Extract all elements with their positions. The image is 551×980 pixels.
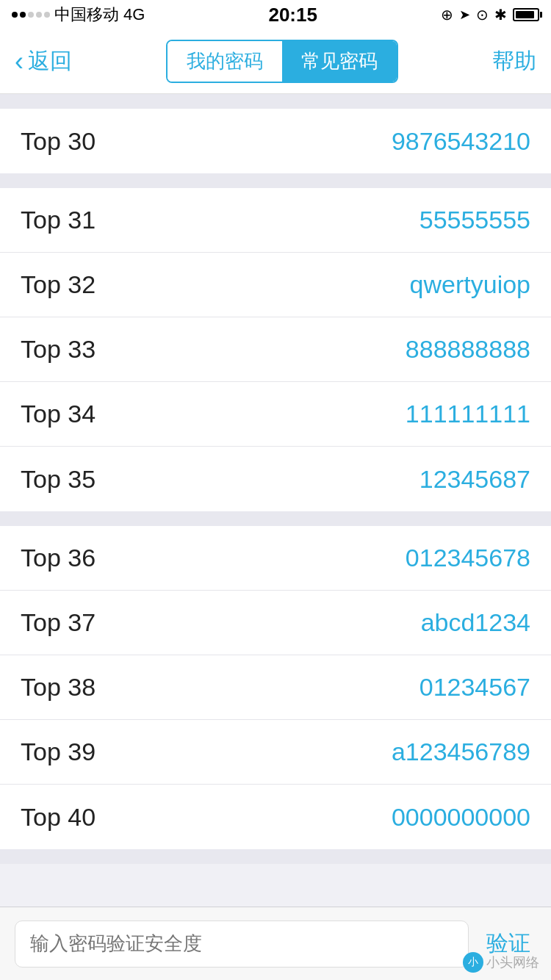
item-value: 01234567 [419, 673, 530, 702]
item-label: Top 39 [21, 738, 96, 766]
item-label: Top 32 [21, 270, 96, 299]
item-value: abcd1234 [421, 608, 530, 637]
item-label: Top 33 [21, 335, 96, 364]
status-left: 中国移动 4G [12, 4, 145, 26]
battery-icon [513, 8, 539, 21]
time: 20:15 [268, 4, 317, 26]
location-icon: ⊕ [441, 6, 453, 24]
item-value: 0000000000 [392, 803, 530, 832]
status-bar: 中国移动 4G 20:15 ⊕ ➤ ⊙ ✱ [0, 0, 551, 29]
back-button[interactable]: ‹ 返回 [15, 46, 72, 76]
list-item[interactable]: Top 36 012345678 [0, 526, 551, 591]
section-separator-1 [0, 173, 551, 188]
list-item[interactable]: Top 31 55555555 [0, 188, 551, 253]
tab-switcher: 我的密码 常见密码 [166, 40, 398, 83]
signal-dot-1 [12, 12, 18, 18]
list-item[interactable]: Top 38 01234567 [0, 655, 551, 720]
item-label: Top 31 [21, 206, 96, 234]
item-value: 111111111 [406, 400, 530, 428]
watermark: 小 小头网络 [463, 952, 539, 973]
item-label: Top 35 [21, 465, 96, 494]
signal-dot-4 [36, 12, 42, 18]
clock-icon: ⊙ [476, 6, 489, 24]
signal-dot-3 [28, 12, 34, 18]
back-arrow-icon: ‹ [15, 48, 24, 75]
bluetooth-icon: ✱ [494, 6, 507, 24]
section-separator-top [0, 94, 551, 109]
nav-bar: ‹ 返回 我的密码 常见密码 帮助 [0, 29, 551, 94]
list-group-1: Top 30 9876543210 [0, 109, 551, 173]
item-value: qwertyuiop [410, 270, 530, 299]
item-label: Top 37 [21, 608, 96, 637]
item-label: Top 36 [21, 544, 96, 572]
section-separator-bottom [0, 849, 551, 864]
help-button[interactable]: 帮助 [492, 46, 536, 76]
item-value: 888888888 [406, 335, 530, 364]
item-label: Top 38 [21, 673, 96, 702]
bottom-bar: 验证 小 小头网络 [0, 907, 551, 980]
list-item[interactable]: Top 30 9876543210 [0, 109, 551, 173]
list-item[interactable]: Top 40 0000000000 [0, 785, 551, 849]
item-label: Top 34 [21, 400, 96, 428]
signal-dot-5 [44, 12, 50, 18]
list-item[interactable]: Top 35 12345687 [0, 447, 551, 511]
arrow-icon: ➤ [459, 7, 470, 23]
watermark-logo: 小 [463, 952, 483, 973]
list-item[interactable]: Top 32 qwertyuiop [0, 253, 551, 317]
password-input[interactable] [15, 920, 469, 968]
list-item[interactable]: Top 33 888888888 [0, 317, 551, 382]
section-separator-2 [0, 511, 551, 526]
list-item[interactable]: Top 34 111111111 [0, 382, 551, 447]
list-item[interactable]: Top 37 abcd1234 [0, 591, 551, 655]
network: 4G [123, 5, 145, 24]
item-value: 012345678 [406, 544, 530, 572]
list-group-3: Top 36 012345678 Top 37 abcd1234 Top 38 … [0, 526, 551, 849]
battery-fill [516, 11, 534, 18]
item-label: Top 30 [21, 127, 96, 156]
item-value: 55555555 [419, 206, 530, 234]
item-value: 9876543210 [392, 127, 530, 156]
carrier: 中国移动 [54, 4, 119, 26]
status-right: ⊕ ➤ ⊙ ✱ [441, 6, 539, 24]
signal-dot-2 [20, 12, 26, 18]
signal-dots [12, 12, 50, 18]
tab-common-password[interactable]: 常见密码 [282, 41, 397, 82]
watermark-text: 小头网络 [486, 954, 539, 971]
list-group-2: Top 31 55555555 Top 32 qwertyuiop Top 33… [0, 188, 551, 511]
item-label: Top 40 [21, 803, 96, 832]
list-item[interactable]: Top 39 a123456789 [0, 720, 551, 785]
item-value: 12345687 [419, 465, 530, 494]
item-value: a123456789 [392, 738, 530, 766]
back-label: 返回 [28, 46, 72, 76]
tab-my-password[interactable]: 我的密码 [168, 41, 282, 82]
